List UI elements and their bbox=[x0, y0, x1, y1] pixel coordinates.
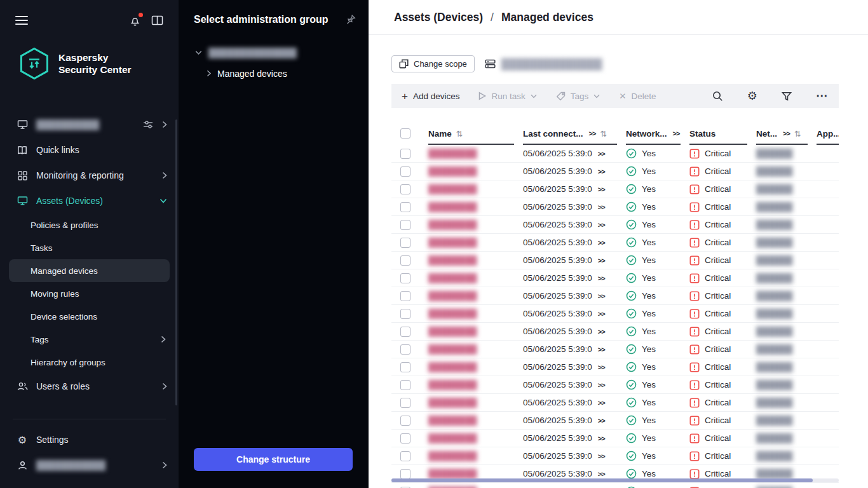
expand-column-icon[interactable]: >> bbox=[589, 130, 596, 137]
sidebar-item-assets[interactable]: Assets (Devices) bbox=[0, 188, 179, 214]
row-checkbox[interactable] bbox=[400, 202, 410, 212]
expand-cell-icon[interactable]: >> bbox=[598, 346, 605, 353]
expand-cell-icon[interactable]: >> bbox=[598, 221, 605, 229]
sidebar-item-account[interactable]: ███████████ bbox=[0, 452, 179, 478]
row-checkbox[interactable] bbox=[400, 149, 410, 159]
table-row[interactable]: ████████ 05/06/2025 5:39:0 >> Yes Critic… bbox=[391, 483, 839, 488]
sidebar-item-policies-profiles[interactable]: Policies & profiles bbox=[0, 214, 179, 236]
run-task-button[interactable]: Run task bbox=[478, 92, 536, 101]
expand-cell-icon[interactable]: >> bbox=[598, 150, 605, 158]
table-row[interactable]: ████████ 05/06/2025 5:39:0 >> Yes Critic… bbox=[391, 234, 839, 252]
row-checkbox[interactable] bbox=[400, 255, 410, 266]
sidebar-item-tags[interactable]: Tags bbox=[0, 328, 179, 351]
add-devices-button[interactable]: + Add devices bbox=[402, 91, 459, 102]
device-name-link[interactable]: ████████ bbox=[428, 362, 477, 372]
device-name-link[interactable]: ████████ bbox=[428, 398, 477, 407]
row-checkbox[interactable] bbox=[400, 291, 410, 301]
row-checkbox[interactable] bbox=[400, 184, 410, 194]
sidebar-item-device-selections[interactable]: Device selections bbox=[0, 305, 179, 328]
help-book-icon[interactable] bbox=[151, 15, 163, 26]
table-row[interactable]: ████████ 05/06/2025 5:39:0 >> Yes Critic… bbox=[391, 145, 839, 163]
table-row[interactable]: ████████ 05/06/2025 5:39:0 >> Yes Critic… bbox=[391, 216, 839, 234]
device-name-link[interactable]: ████████ bbox=[428, 469, 477, 478]
table-row[interactable]: ████████ 05/06/2025 5:39:0 >> Yes Critic… bbox=[391, 376, 839, 394]
chevron-right-icon[interactable] bbox=[162, 121, 167, 128]
device-name-link[interactable]: ████████ bbox=[428, 220, 477, 229]
expand-cell-icon[interactable]: >> bbox=[598, 417, 605, 424]
table-row[interactable]: ████████ 05/06/2025 5:39:0 >> Yes Critic… bbox=[391, 447, 839, 465]
device-name-link[interactable]: ████████ bbox=[428, 344, 477, 354]
col-header-status[interactable]: Status bbox=[689, 129, 715, 139]
table-row[interactable]: ████████ 05/06/2025 5:39:0 >> Yes Critic… bbox=[391, 323, 839, 341]
row-checkbox[interactable] bbox=[400, 309, 410, 319]
col-header-net[interactable]: Net... bbox=[756, 129, 777, 139]
device-name-link[interactable]: ████████ bbox=[428, 380, 477, 390]
sidebar-item-server[interactable]: ██████████ bbox=[0, 112, 179, 137]
expand-cell-icon[interactable]: >> bbox=[598, 239, 605, 247]
sidebar-item-quick-links[interactable]: Quick links bbox=[0, 137, 179, 163]
expand-cell-icon[interactable]: >> bbox=[598, 363, 605, 371]
table-row[interactable]: ████████ 05/06/2025 5:39:0 >> Yes Critic… bbox=[391, 180, 839, 198]
table-row[interactable]: ████████ 05/06/2025 5:39:0 >> Yes Critic… bbox=[391, 269, 839, 287]
col-header-app[interactable]: App... bbox=[817, 129, 839, 139]
expand-cell-icon[interactable]: >> bbox=[598, 292, 605, 300]
device-name-link[interactable]: ████████ bbox=[428, 238, 477, 247]
device-name-link[interactable]: ████████ bbox=[428, 291, 477, 301]
device-name-link[interactable]: ████████ bbox=[428, 149, 477, 158]
group-tree-root[interactable]: ██████████████ bbox=[179, 42, 369, 63]
table-row[interactable]: ████████ 05/06/2025 5:39:0 >> Yes Critic… bbox=[391, 341, 839, 358]
device-name-link[interactable]: ████████ bbox=[428, 451, 477, 461]
filter-icon[interactable] bbox=[782, 92, 792, 101]
table-row[interactable]: ████████ 05/06/2025 5:39:0 >> Yes Critic… bbox=[391, 394, 839, 412]
sidebar-item-tasks[interactable]: Tasks bbox=[0, 236, 179, 259]
device-name-link[interactable]: ████████ bbox=[428, 255, 477, 265]
row-checkbox[interactable] bbox=[400, 451, 410, 461]
table-row[interactable]: ████████ 05/06/2025 5:39:0 >> Yes Critic… bbox=[391, 358, 839, 376]
sidebar-item-managed-devices[interactable]: Managed devices bbox=[9, 259, 170, 282]
row-checkbox[interactable] bbox=[400, 362, 410, 372]
table-row[interactable]: ████████ 05/06/2025 5:39:0 >> Yes Critic… bbox=[391, 430, 839, 447]
chevron-down-icon[interactable] bbox=[195, 50, 202, 55]
expand-column-icon[interactable]: >> bbox=[673, 130, 680, 137]
sidebar-item-hierarchy-of-groups[interactable]: Hierarchy of groups bbox=[0, 351, 179, 374]
sort-icon[interactable]: ⇅ bbox=[456, 129, 463, 139]
table-row[interactable]: ████████ 05/06/2025 5:39:0 >> Yes Critic… bbox=[391, 252, 839, 269]
sidebar-scrollbar[interactable] bbox=[175, 119, 177, 405]
scrollbar-thumb[interactable] bbox=[391, 478, 813, 482]
sidebar-item-moving-rules[interactable]: Moving rules bbox=[0, 282, 179, 305]
expand-cell-icon[interactable]: >> bbox=[598, 328, 605, 336]
horizontal-scrollbar[interactable] bbox=[391, 478, 839, 482]
tags-button[interactable]: Tags bbox=[556, 92, 600, 101]
sidebar-item-monitoring[interactable]: Monitoring & reporting bbox=[0, 163, 179, 188]
row-checkbox[interactable] bbox=[400, 380, 410, 390]
row-checkbox[interactable] bbox=[400, 166, 410, 177]
device-name-link[interactable]: ████████ bbox=[428, 166, 477, 176]
expand-cell-icon[interactable]: >> bbox=[598, 257, 605, 264]
pin-icon[interactable] bbox=[346, 14, 356, 24]
col-header-name[interactable]: Name bbox=[428, 129, 452, 139]
row-checkbox[interactable] bbox=[400, 398, 410, 408]
breadcrumb-parent[interactable]: Assets (Devices) bbox=[394, 11, 483, 24]
col-header-network[interactable]: Network... bbox=[626, 129, 667, 139]
expand-cell-icon[interactable]: >> bbox=[598, 435, 605, 442]
change-structure-button[interactable]: Change structure bbox=[194, 448, 353, 471]
select-all-checkbox[interactable] bbox=[400, 128, 410, 139]
expand-column-icon[interactable]: >> bbox=[783, 130, 790, 137]
change-scope-button[interactable]: Change scope bbox=[391, 55, 475, 72]
table-row[interactable]: ████████ 05/06/2025 5:39:0 >> Yes Critic… bbox=[391, 305, 839, 323]
device-name-link[interactable]: ████████ bbox=[428, 184, 477, 194]
row-checkbox[interactable] bbox=[400, 469, 410, 479]
col-header-last-connection[interactable]: Last connect... bbox=[523, 129, 583, 139]
search-icon[interactable] bbox=[712, 91, 723, 102]
table-row[interactable]: ████████ 05/06/2025 5:39:0 >> Yes Critic… bbox=[391, 163, 839, 180]
table-row[interactable]: ████████ 05/06/2025 5:39:0 >> Yes Critic… bbox=[391, 287, 839, 305]
device-name-link[interactable]: ████████ bbox=[428, 433, 477, 443]
sort-icon[interactable]: ⇅ bbox=[794, 129, 801, 139]
expand-cell-icon[interactable]: >> bbox=[598, 186, 605, 193]
notifications-bell-icon[interactable] bbox=[129, 15, 141, 27]
device-name-link[interactable]: ████████ bbox=[428, 202, 477, 212]
device-name-link[interactable]: ████████ bbox=[428, 327, 477, 336]
expand-cell-icon[interactable]: >> bbox=[598, 470, 605, 478]
row-checkbox[interactable] bbox=[400, 238, 410, 248]
expand-cell-icon[interactable]: >> bbox=[598, 399, 605, 407]
